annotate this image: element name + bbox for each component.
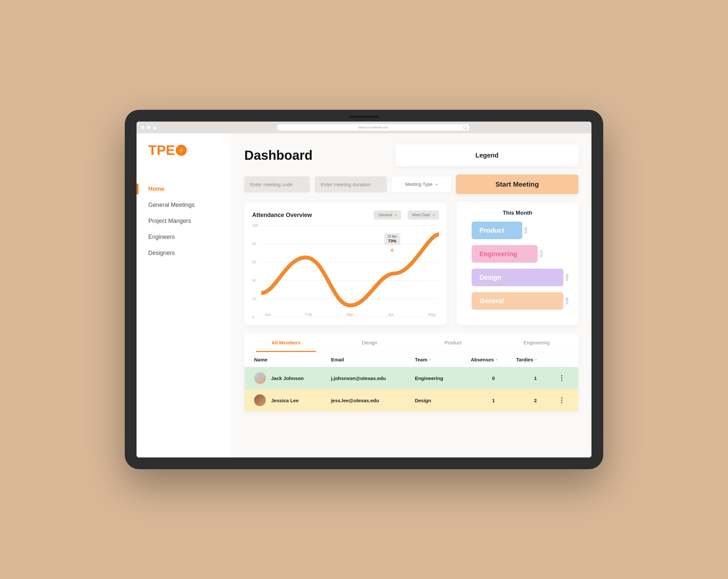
y-tick: 40 xyxy=(252,278,256,282)
sidebar-item-pm[interactable]: Project Mangers xyxy=(136,213,231,229)
chevron-down-icon: ▾ xyxy=(433,213,434,217)
x-tick: Apr xyxy=(388,312,394,317)
chart-point-marker[interactable] xyxy=(391,249,394,252)
tab-all[interactable]: All Members xyxy=(244,333,328,352)
legend-card[interactable]: Legend xyxy=(395,145,578,166)
chart-body: 100 80 60 40 20 0 xyxy=(252,225,439,317)
bar-product[interactable]: Product 49% xyxy=(472,222,522,239)
bar-pct: 95% xyxy=(565,297,569,304)
x-axis-labels: Jan Feb Mar Apr May xyxy=(261,312,439,317)
chevron-down-icon: ▾ xyxy=(535,358,537,361)
chevron-down-icon: ▾ xyxy=(496,358,497,361)
chart-tooltip: 22 Apr 73% xyxy=(384,233,400,245)
header-row: Dashboard Legend xyxy=(244,145,578,166)
chevron-down-icon: ▾ xyxy=(436,183,437,186)
chart-filter-type[interactable]: General▾ xyxy=(374,210,401,220)
col-tardies[interactable]: Tardies▾ xyxy=(516,357,555,362)
meeting-type-label: Meeting Type xyxy=(405,182,433,187)
meeting-duration-placeholder: Enter meeting duration xyxy=(321,182,370,187)
sidebar-item-engineers[interactable]: Engineers xyxy=(136,229,231,245)
bar-general[interactable]: General 95% xyxy=(472,292,564,310)
y-tick: 100 xyxy=(252,224,258,227)
y-tick: 20 xyxy=(252,297,256,301)
row-menu-icon[interactable] xyxy=(554,375,569,381)
meeting-code-placeholder: Enter meeting code xyxy=(250,182,293,187)
actions-row: Enter meeting code Enter meeting duratio… xyxy=(244,175,578,194)
start-meeting-button[interactable]: Start Meeting xyxy=(456,175,578,194)
chart-title: Attendance Overview xyxy=(252,212,312,219)
row-menu-icon[interactable] xyxy=(554,397,569,403)
window-button-3[interactable] xyxy=(153,126,157,129)
bar-pct: 67% xyxy=(539,250,543,257)
sidebar: TPE⚡ Home General Meetings Project Mange… xyxy=(136,133,231,457)
main: Dashboard Legend Enter meeting code Ente… xyxy=(231,133,592,457)
tablet-speaker xyxy=(349,116,379,118)
logo[interactable]: TPE⚡ xyxy=(136,143,231,158)
meeting-type-select[interactable]: Meeting Type ▾ xyxy=(392,176,451,192)
col-absenses[interactable]: Absenses▾ xyxy=(471,357,516,362)
tab-engineering[interactable]: Engineering xyxy=(495,333,578,352)
app-root: TPE⚡ Home General Meetings Project Mange… xyxy=(136,133,592,457)
this-month-card: This Month Product 49% Engineering 67% D… xyxy=(457,203,578,325)
x-tick: Mar xyxy=(346,312,354,317)
meeting-duration-input[interactable]: Enter meeting duration xyxy=(315,176,387,192)
x-tick: Feb xyxy=(305,312,312,317)
month-title: This Month xyxy=(472,210,564,216)
tablet-frame: www.your-website.com TPE⚡ Home General M… xyxy=(125,110,603,469)
y-tick: 80 xyxy=(252,242,256,246)
bar-pct: 49% xyxy=(524,227,528,234)
meeting-code-input[interactable]: Enter meeting code xyxy=(244,176,310,192)
page-title: Dashboard xyxy=(244,148,313,163)
url-text: www.your-website.com xyxy=(358,126,388,129)
bar-pct: 95% xyxy=(565,274,569,281)
sidebar-item-designers[interactable]: Designers xyxy=(136,245,231,261)
mid-row: Attendance Overview General▾ Meet Date▾ … xyxy=(244,203,578,325)
search-icon xyxy=(463,126,466,129)
screen: www.your-website.com TPE⚡ Home General M… xyxy=(136,122,592,457)
window-button-1[interactable] xyxy=(141,126,145,129)
logo-badge-icon: ⚡ xyxy=(176,145,187,156)
start-meeting-label: Start Meeting xyxy=(495,180,539,188)
legend-label: Legend xyxy=(475,152,498,159)
sidebar-item-general[interactable]: General Meetings xyxy=(136,197,231,213)
sidebar-item-home[interactable]: Home xyxy=(136,181,231,197)
bar-engineering[interactable]: Engineering 67% xyxy=(472,245,538,263)
y-tick: 60 xyxy=(252,260,256,264)
url-bar[interactable]: www.your-website.com xyxy=(277,124,470,131)
cell-tardies: 2 xyxy=(516,398,555,403)
cell-absenses: 0 xyxy=(471,375,516,381)
attendance-chart-card: Attendance Overview General▾ Meet Date▾ … xyxy=(244,203,447,325)
x-tick: May xyxy=(428,312,436,317)
logo-text: TPE xyxy=(148,143,175,158)
browser-bar: www.your-website.com xyxy=(136,122,592,133)
cell-absenses: 1 xyxy=(471,398,516,403)
chart-filter-date[interactable]: Meet Date▾ xyxy=(408,210,439,220)
sidebar-nav: Home General Meetings Project Mangers En… xyxy=(136,181,231,261)
window-button-2[interactable] xyxy=(147,126,150,129)
cell-tardies: 1 xyxy=(516,375,555,381)
bar-design[interactable]: Design 95% xyxy=(472,269,564,286)
y-tick: 0 xyxy=(252,315,254,319)
x-tick: Jan xyxy=(264,312,271,317)
chevron-down-icon: ▾ xyxy=(395,213,396,217)
chart-header: Attendance Overview General▾ Meet Date▾ xyxy=(252,210,439,220)
